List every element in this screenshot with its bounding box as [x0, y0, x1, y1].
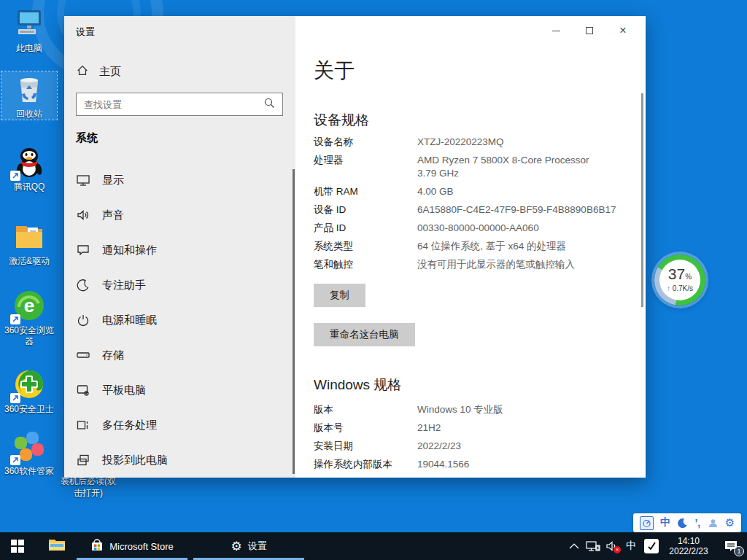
ime-settings-gear-icon[interactable]: ⚙: [725, 516, 735, 529]
desktop-icon-360-manager[interactable]: 360软件管家: [1, 429, 57, 477]
spec-value: 19044.1566: [417, 458, 469, 471]
ime-user-icon[interactable]: [708, 518, 719, 529]
projecting-icon: [76, 453, 90, 467]
sidebar-item-sound[interactable]: 声音: [64, 198, 295, 233]
memory-percent: 37: [668, 265, 685, 282]
svg-text:e: e: [24, 295, 34, 316]
spec-row: 安装日期 2022/2/23: [314, 440, 627, 453]
sidebar-item-power-sleep[interactable]: 电源和睡眠: [64, 303, 295, 338]
moon-icon: [76, 278, 90, 292]
spec-label: 安装日期: [314, 440, 417, 453]
sidebar-scrollbar[interactable]: [293, 169, 295, 474]
sidebar-item-notifications[interactable]: 通知和操作: [64, 233, 295, 268]
tablet-icon: [76, 383, 90, 397]
spec-label: 机带 RAM: [314, 185, 417, 198]
spec-value: XTZJ-20220223MQ: [417, 136, 504, 149]
desktop-icon-label: 腾讯QQ: [1, 182, 57, 192]
desktop-icon-tencent-qq[interactable]: 腾讯QQ: [1, 144, 57, 192]
start-button[interactable]: [0, 532, 35, 560]
nav-label: 平板电脑: [102, 384, 146, 397]
spec-row: 系统类型 64 位操作系统, 基于 x64 的处理器: [314, 240, 627, 253]
settings-sidebar: 设置 主页 系统 显示: [64, 16, 295, 478]
desktop-icon-label: 回收站: [1, 109, 57, 120]
system-tray: × 中 14:10 2022/2/23 1: [565, 532, 747, 560]
360-browser-icon: e: [12, 288, 47, 323]
multitasking-icon: [76, 418, 90, 432]
spec-label: 处理器: [314, 154, 417, 180]
search-icon[interactable]: [263, 97, 282, 112]
copy-button[interactable]: 复制: [314, 284, 365, 307]
taskbar-settings[interactable]: ⚙ 设置: [193, 532, 304, 560]
taskbar-clock[interactable]: 14:10 2022/2/23: [662, 532, 715, 560]
desktop-icon-360-safe[interactable]: 360安全卫士: [1, 367, 57, 415]
desktop-icon-readme-label[interactable]: 装机后必读(双击打开): [57, 475, 120, 499]
ime-status-icon[interactable]: [640, 516, 654, 530]
tray-network-icon[interactable]: [584, 532, 603, 560]
ime-cn-mode[interactable]: 中: [660, 516, 670, 529]
content-scrollbar[interactable]: [641, 93, 643, 307]
spec-value: AMD Ryzen 7 5800X 8-Core Processor 3.79 …: [417, 154, 589, 180]
search-input[interactable]: [77, 99, 263, 110]
desktop-icon-activate-driver[interactable]: 激活&驱动: [1, 219, 57, 267]
desktop-icon-recycle-bin[interactable]: 回收站: [1, 71, 57, 120]
tray-volume-muted-icon[interactable]: ×: [603, 532, 622, 560]
home-icon: [76, 64, 89, 79]
spec-row: 机带 RAM 4.00 GB: [314, 185, 627, 198]
minimize-button[interactable]: [539, 20, 573, 41]
desktop-icon-label: 360安全浏览器: [1, 325, 57, 347]
nav-label: 通知和操作: [102, 244, 157, 257]
desktop-icon-label: 360软件管家: [1, 466, 57, 477]
rename-pc-button[interactable]: 重命名这台电脑: [314, 323, 415, 346]
sidebar-item-home[interactable]: 主页: [70, 58, 289, 85]
windows-logo-icon: [11, 540, 24, 553]
windows-spec-heading: Windows 规格: [314, 376, 401, 394]
spec-row: 笔和触控 没有可用于此显示器的笔或触控输入: [314, 258, 627, 271]
tray-360-app-icon[interactable]: [640, 532, 662, 560]
spec-row: 设备 ID 6A15880F-C4E2-47F9-BF59-F4B8890B6B…: [314, 203, 627, 217]
settings-gear-icon: ⚙: [231, 540, 241, 553]
sidebar-item-focus-assist[interactable]: 专注助手: [64, 268, 295, 303]
sidebar-item-multitasking[interactable]: 多任务处理: [64, 408, 295, 443]
shortcut-arrow-icon: [10, 314, 20, 324]
desktop-icon-360-browser[interactable]: e 360安全浏览器: [1, 288, 57, 347]
close-button[interactable]: ×: [606, 20, 640, 41]
power-icon: [76, 313, 90, 327]
nav-label: 存储: [102, 349, 124, 362]
tray-chevron-up-icon[interactable]: [565, 532, 584, 560]
sidebar-item-display[interactable]: 显示: [64, 163, 295, 198]
desktop-icon-label: 激活&驱动: [1, 256, 57, 267]
spec-label: 设备 ID: [314, 203, 417, 217]
shortcut-arrow-icon: [10, 455, 20, 465]
ime-punctuation-mode[interactable]: ’,: [694, 517, 700, 529]
sidebar-item-tablet[interactable]: 平板电脑: [64, 373, 295, 408]
desktop-icon-label: 此电脑: [1, 43, 57, 54]
spec-label: 版本: [314, 403, 417, 416]
spec-value: 64 位操作系统, 基于 x64 的处理器: [417, 240, 566, 253]
nav-label: 声音: [102, 209, 124, 222]
file-explorer-icon: [48, 537, 66, 555]
spec-value: 2022/2/23: [417, 440, 461, 453]
sidebar-nav: 显示 声音 通知和操作 专注助手: [64, 163, 295, 478]
notification-center-button[interactable]: 1: [715, 532, 747, 560]
file-explorer-button[interactable]: [41, 532, 73, 560]
ime-moon-icon[interactable]: [677, 518, 688, 529]
this-pc-icon: [12, 6, 47, 41]
desktop-icon-label: 360安全卫士: [1, 404, 57, 415]
tray-ime-cn-indicator[interactable]: 中: [622, 532, 640, 560]
taskbar-microsoft-store[interactable]: Microsoft Store: [77, 532, 187, 560]
display-icon: [76, 173, 90, 187]
spec-label: 系统类型: [314, 240, 417, 253]
sidebar-item-projecting[interactable]: 投影到此电脑: [64, 443, 295, 478]
storage-icon: [76, 348, 90, 362]
spec-value: 没有可用于此显示器的笔或触控输入: [417, 258, 575, 271]
settings-search-box[interactable]: [76, 93, 283, 116]
notification-badge: 1: [734, 546, 744, 556]
sidebar-section-system: 系统: [76, 131, 98, 145]
maximize-button[interactable]: [573, 20, 606, 41]
360-speed-ball[interactable]: 37% ↑ 0.7K/s: [654, 254, 705, 306]
spec-value: 6A15880F-C4E2-47F9-BF59-F4B8890B6B17: [417, 203, 616, 217]
sidebar-item-storage[interactable]: 存储: [64, 338, 295, 373]
desktop-icon-this-pc[interactable]: 此电脑: [1, 6, 57, 54]
spec-value: Windows 10 专业版: [417, 403, 503, 416]
spec-row: 产品 ID 00330-80000-00000-AA060: [314, 222, 627, 235]
